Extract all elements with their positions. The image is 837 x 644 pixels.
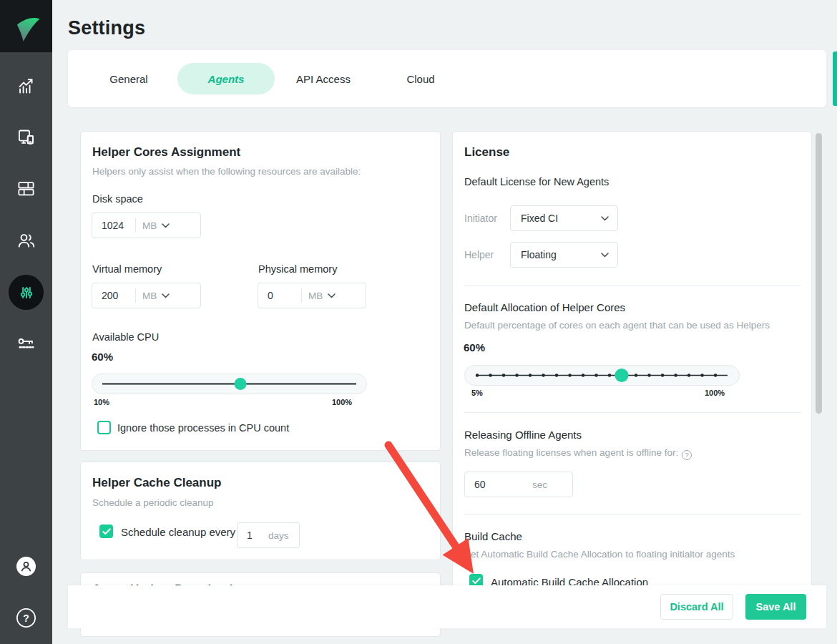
build-cache-subtitle: Set Automatic Build Cache Allocation to …	[464, 549, 735, 560]
tab-api-access[interactable]: API Access	[275, 63, 372, 94]
divider	[464, 412, 801, 413]
build-cache-title: Build Cache	[464, 530, 522, 542]
card-title: Helper Cache Cleanup	[92, 476, 221, 490]
tab-agents[interactable]: Agents	[177, 63, 275, 94]
svg-text:?: ?	[23, 613, 29, 624]
physical-memory-unit: MB	[302, 291, 328, 301]
check-icon	[102, 528, 111, 535]
available-cpu-slider[interactable]	[92, 374, 367, 394]
chevron-down-icon	[162, 293, 170, 298]
logo-icon	[11, 11, 41, 42]
disk-space-input[interactable]	[92, 220, 135, 231]
initiator-label: Initiator	[464, 213, 497, 224]
physical-memory-label: Physical memory	[258, 263, 337, 275]
discard-all-button[interactable]: Discard All	[660, 594, 733, 620]
license-card-scrollbar[interactable]	[816, 133, 822, 414]
app-logo[interactable]	[0, 0, 52, 52]
sidebar-item-settings[interactable]	[9, 275, 44, 310]
initiator-license-value: Fixed CI	[521, 213, 558, 224]
allocation-value: 60%	[464, 341, 485, 353]
settings-tabbar: General Agents API Access Cloud	[68, 50, 826, 107]
clipped-edge-panel	[833, 52, 837, 106]
card-helper-cache-cleanup: Helper Cache Cleanup Schedule a periodic…	[80, 462, 441, 560]
agents-icon	[16, 127, 36, 147]
analytics-icon	[16, 77, 36, 96]
schedule-cleanup-checkbox[interactable]	[99, 525, 113, 538]
chevron-down-icon	[601, 216, 609, 221]
helper-license-select[interactable]: Floating	[510, 242, 618, 268]
cleanup-interval-unit: days	[262, 530, 294, 541]
users-icon	[16, 230, 36, 250]
license-key-icon	[16, 333, 36, 353]
slider-track	[92, 374, 366, 394]
sidebar-item-agents[interactable]	[0, 127, 52, 147]
schedule-cleanup-label: Schedule cleanup every	[121, 526, 235, 538]
default-license-label: Default License for New Agents	[464, 176, 609, 187]
unit-dropdown[interactable]	[328, 293, 343, 298]
unit-dropdown[interactable]	[162, 293, 177, 298]
initiator-license-select[interactable]: Fixed CI	[510, 205, 618, 231]
sidebar-item-builds[interactable]	[0, 179, 52, 198]
help-tooltip-icon[interactable]: ?	[682, 450, 692, 460]
card-subtitle: Helpers only assist when the following r…	[92, 166, 361, 177]
available-cpu-value: 60%	[92, 351, 113, 363]
tab-cloud[interactable]: Cloud	[372, 63, 469, 94]
cleanup-interval-input[interactable]	[238, 530, 262, 541]
allocation-title: Default Allocation of Helper Cores	[464, 301, 625, 313]
disk-space-field: MB	[92, 213, 201, 238]
allocation-slider[interactable]	[464, 365, 740, 386]
sidebar-item-users[interactable]	[0, 230, 52, 250]
card-helper-cores-assignment: Helper Cores Assignment Helpers only ass…	[80, 131, 441, 451]
ignore-processes-checkbox[interactable]	[97, 421, 111, 434]
cpu-max-label: 100%	[332, 398, 352, 406]
allocation-subtitle: Default percentage of cores on each agen…	[464, 320, 770, 331]
sidebar-item-analytics[interactable]	[0, 77, 52, 96]
releasing-timeout-unit: sec	[526, 479, 552, 490]
chevron-down-icon	[162, 223, 170, 228]
builds-icon	[16, 179, 36, 198]
available-cpu-label: Available CPU	[92, 331, 159, 343]
releasing-subtitle: Release floating licenses when agent is …	[464, 447, 692, 460]
virtual-memory-label: Virtual memory	[92, 263, 162, 275]
avatar-icon	[16, 556, 36, 577]
physical-memory-input[interactable]	[258, 290, 301, 301]
card-title: Helper Cores Assignment	[92, 145, 240, 160]
unit-dropdown[interactable]	[162, 223, 177, 228]
help-icon: ?	[16, 608, 36, 628]
chevron-down-icon	[601, 253, 609, 258]
sidebar-help[interactable]: ?	[0, 608, 52, 628]
releasing-timeout-input[interactable]	[465, 479, 526, 490]
allocation-min-label: 5%	[471, 389, 483, 397]
sidebar: ?	[0, 0, 52, 644]
card-subtitle: Schedule a periodic cleanup	[92, 497, 214, 508]
sidebar-user-avatar[interactable]	[0, 556, 52, 577]
slider-thumb	[235, 378, 247, 390]
virtual-memory-input[interactable]	[92, 290, 135, 301]
physical-memory-field: MB	[258, 283, 366, 308]
helper-label: Helper	[464, 249, 494, 260]
disk-space-unit: MB	[136, 220, 162, 231]
check-icon	[472, 577, 481, 585]
slider-thumb	[615, 369, 629, 382]
card-license: License Default License for New Agents I…	[452, 131, 812, 615]
allocation-max-label: 100%	[705, 389, 725, 397]
chevron-down-icon	[328, 293, 336, 298]
slider-track	[465, 366, 739, 385]
page-title: Settings	[68, 17, 145, 39]
divider	[464, 286, 801, 286]
settings-sliders-icon	[17, 283, 36, 302]
settings-page: ? Settings General Agents API Access Clo…	[0, 0, 837, 644]
footer-actions: Discard All Save All	[68, 585, 826, 628]
helper-license-value: Floating	[521, 249, 557, 260]
sidebar-item-license[interactable]	[0, 333, 52, 353]
tab-general[interactable]: General	[80, 63, 177, 94]
releasing-title: Releasing Offline Agents	[464, 429, 582, 441]
virtual-memory-field: MB	[92, 283, 201, 308]
save-all-button[interactable]: Save All	[745, 594, 806, 620]
releasing-subtitle-text: Release floating licenses when agent is …	[464, 447, 678, 458]
disk-space-label: Disk space	[92, 193, 143, 205]
divider	[464, 514, 801, 514]
cpu-min-label: 10%	[94, 398, 109, 406]
ignore-processes-label: Ignore those processes in CPU count	[117, 422, 289, 434]
releasing-timeout-field: sec	[464, 472, 573, 497]
